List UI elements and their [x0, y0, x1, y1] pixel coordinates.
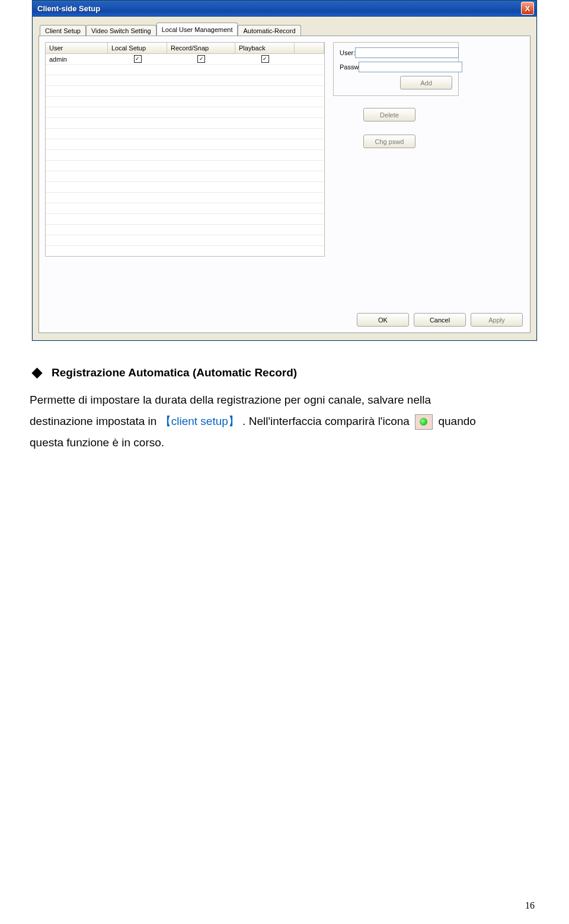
- table-row[interactable]: [46, 150, 324, 161]
- user-label: User:: [340, 49, 355, 56]
- table-row[interactable]: [46, 139, 324, 150]
- section-heading: Registrazione Automatica (Automatic Reco…: [30, 362, 539, 383]
- tab-pane: User Local Setup Record/Snap Playback ad…: [39, 36, 530, 333]
- right-column: User: Passw Add Del: [333, 42, 459, 148]
- apply-button[interactable]: Apply: [471, 313, 523, 327]
- table-row[interactable]: [46, 97, 324, 107]
- table-row[interactable]: [46, 86, 324, 97]
- table-row[interactable]: [46, 129, 324, 139]
- add-button[interactable]: Add: [400, 76, 452, 89]
- cell-playback: ✓: [235, 55, 295, 63]
- user-grid: User Local Setup Record/Snap Playback ad…: [45, 42, 325, 257]
- table-row[interactable]: [46, 118, 324, 129]
- password-input[interactable]: [359, 62, 462, 72]
- table-row[interactable]: admin ✓ ✓ ✓: [46, 54, 324, 65]
- cell-user: admin: [46, 56, 108, 63]
- checkbox-icon[interactable]: ✓: [261, 55, 269, 63]
- cell-local-setup: ✓: [108, 55, 167, 63]
- titlebar: Client-side Setup X: [33, 1, 536, 17]
- col-header-local-setup[interactable]: Local Setup: [108, 43, 167, 53]
- window-client-area: Client Setup Video Switch Setting Local …: [33, 17, 536, 340]
- table-row[interactable]: [46, 246, 324, 257]
- table-row[interactable]: [46, 65, 324, 75]
- grid-body: admin ✓ ✓ ✓: [46, 54, 324, 257]
- col-header-spacer: [295, 43, 324, 53]
- table-row[interactable]: [46, 193, 324, 203]
- dialog-window: Client-side Setup X Client Setup Video S…: [32, 0, 537, 341]
- paragraph-line: questa funzione è in corso.: [30, 432, 539, 453]
- tab-video-switch[interactable]: Video Switch Setting: [86, 25, 156, 36]
- table-row[interactable]: [46, 225, 324, 235]
- checkbox-icon[interactable]: ✓: [134, 55, 142, 63]
- change-password-button[interactable]: Chg pswd: [363, 135, 415, 148]
- table-row[interactable]: [46, 235, 324, 246]
- tab-strip: Client Setup Video Switch Setting Local …: [40, 23, 530, 36]
- table-row[interactable]: [46, 214, 324, 225]
- user-form-group: User: Passw Add: [333, 42, 459, 96]
- cell-record-snap: ✓: [167, 55, 235, 63]
- col-header-record-snap[interactable]: Record/Snap: [167, 43, 235, 53]
- ok-button[interactable]: OK: [357, 313, 409, 327]
- paragraph-line: Permette di impostare la durata della re…: [30, 389, 539, 411]
- password-label: Passw: [340, 63, 359, 71]
- table-row[interactable]: [46, 171, 324, 182]
- close-icon[interactable]: X: [521, 2, 534, 15]
- tab-automatic-record[interactable]: Automatic-Record: [238, 25, 301, 36]
- delete-button[interactable]: Delete: [363, 108, 415, 122]
- window-title: Client-side Setup: [37, 4, 100, 13]
- user-input[interactable]: [355, 47, 459, 58]
- dialog-button-row: OK Cancel Apply: [357, 313, 523, 327]
- table-row[interactable]: [46, 161, 324, 171]
- document-body: Registrazione Automatica (Automatic Reco…: [30, 362, 539, 453]
- page-number: 16: [525, 900, 535, 911]
- table-row[interactable]: [46, 203, 324, 214]
- col-header-playback[interactable]: Playback: [235, 43, 295, 53]
- recording-status-icon: [415, 414, 433, 430]
- col-header-user[interactable]: User: [46, 43, 108, 53]
- tab-local-user-mgmt[interactable]: Local User Management: [156, 23, 238, 36]
- bullet-diamond-icon: [31, 367, 42, 378]
- cancel-button[interactable]: Cancel: [414, 313, 466, 327]
- grid-header: User Local Setup Record/Snap Playback: [46, 43, 324, 54]
- link-client-setup: 【client setup】: [160, 415, 239, 427]
- paragraph-line: destinazione impostata in 【client setup】…: [30, 411, 539, 432]
- tab-client-setup[interactable]: Client Setup: [40, 25, 86, 36]
- table-row[interactable]: [46, 75, 324, 86]
- table-row[interactable]: [46, 107, 324, 118]
- checkbox-icon[interactable]: ✓: [197, 55, 205, 63]
- table-row[interactable]: [46, 182, 324, 193]
